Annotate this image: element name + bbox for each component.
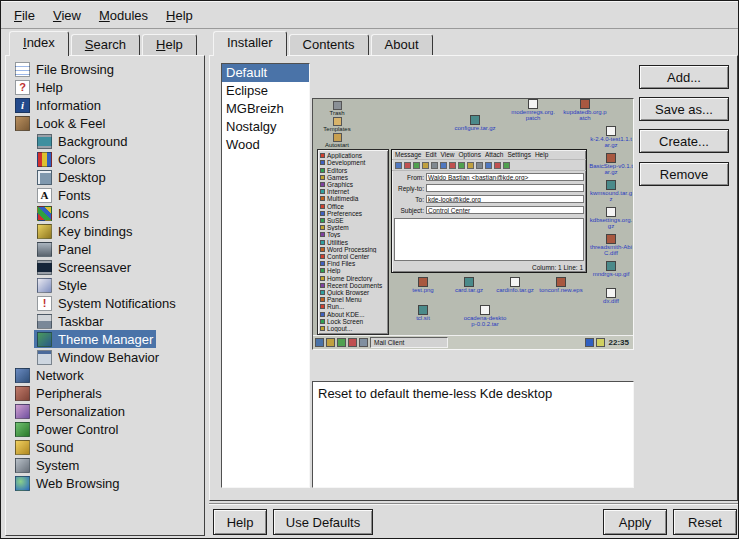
preview-mail-toolbar-icon [467, 162, 474, 169]
help-button[interactable]: Help [213, 509, 267, 535]
trash-icon [333, 101, 342, 110]
tree-item-inner: System [12, 456, 82, 474]
menu-file[interactable]: File [5, 5, 44, 26]
preview-taskbar-icon [359, 338, 368, 347]
tree-item-window-behavior[interactable]: Window Behavior [8, 348, 202, 366]
create-button[interactable]: Create... [639, 129, 729, 153]
preview-mail-menu-attach: Attach [485, 151, 503, 158]
tree-item-icons[interactable]: Icons [8, 204, 202, 222]
preview-file-icon-label: modemregs.org.patch [511, 109, 555, 121]
preview-file-icon-ocadena-desktop-0-0-2-tar: ocadena-desktop-0.0.2.tar [463, 305, 507, 327]
preview-kmenu-item-icon [320, 254, 325, 259]
theme-item-wood[interactable]: Wood [222, 136, 309, 154]
remove-button[interactable]: Remove [639, 162, 729, 186]
tree-item-taskbar[interactable]: Taskbar [8, 312, 202, 330]
tree-item-personalization[interactable]: Personalization [8, 402, 202, 420]
preview-kmenu-item-label: SuSE [327, 217, 344, 224]
module-tree: File BrowsingHelpInformationLook & FeelB… [8, 60, 202, 492]
tab-search[interactable]: Search [71, 34, 140, 55]
preview-file-icon-label: tonconf.new.eps [539, 287, 583, 299]
tab-index[interactable]: Index [9, 31, 69, 56]
preview-file-icon-label: k-2.4.0-test1.1.tar.gz [589, 136, 633, 148]
apply-button[interactable]: Apply [603, 509, 667, 535]
tree-item-inner: Web Browsing [12, 474, 123, 492]
preview-mail-toolbar-icon [449, 162, 456, 169]
tree-item-power-control[interactable]: Power Control [8, 420, 202, 438]
tree-item-fonts[interactable]: Fonts [8, 186, 202, 204]
preview-kmenu-item-label: Control Center [327, 253, 369, 260]
tree-item-background[interactable]: Background [8, 132, 202, 150]
theme-item-eclipse[interactable]: Eclipse [222, 82, 309, 100]
tree-item-desktop[interactable]: Desktop [8, 168, 202, 186]
window-behavior-icon [37, 350, 52, 365]
preview-kmenu-item-lock-screen: Lock Screen [320, 318, 386, 325]
tree-item-file-browsing[interactable]: File Browsing [8, 60, 202, 78]
preview-mail-field-row: Reply-to: [394, 183, 584, 193]
menu-help[interactable]: Help [157, 5, 202, 26]
preview-mail-toolbar-icon [485, 162, 492, 169]
theme-item-default[interactable]: Default [222, 64, 309, 82]
tree-item-label: Colors [58, 152, 96, 167]
tree-item-screensaver[interactable]: Screensaver [8, 258, 202, 276]
preview-kmenu-item-graphics: Graphics [320, 181, 386, 188]
tree-item-system[interactable]: System [8, 456, 202, 474]
tree-item-sound[interactable]: Sound [8, 438, 202, 456]
preview-file-icon-tcl-sit: tcl.sit [401, 305, 445, 327]
preview-mail-field-label: Reply-to: [394, 185, 426, 192]
reset-button[interactable]: Reset [673, 509, 737, 535]
preview-file-icon-label: dx.diff [589, 298, 633, 310]
preview-file-icon-label: kdbsettings.org.gz [589, 217, 633, 229]
tree-item-network[interactable]: Network [8, 366, 202, 384]
tree-item-label: Information [36, 98, 101, 113]
preview-file-icon-mndrgs-up-gif: mndrgs-up.gif [589, 261, 633, 283]
add-button[interactable]: Add... [639, 65, 729, 89]
theme-actions: Add...Save as...Create...Remove [639, 65, 729, 194]
preview-kmenu-item-label: Office [327, 203, 344, 210]
tree-item-inner: Theme Manager [34, 330, 156, 348]
tree-item-theme-manager[interactable]: Theme Manager [8, 330, 202, 348]
preview-desktop-icon-label: Trash [315, 110, 359, 116]
tree-item-inner: Network [12, 366, 87, 384]
tree-item-web-browsing[interactable]: Web Browsing [8, 474, 202, 492]
tree-item-help[interactable]: Help [8, 78, 202, 96]
tree-item-style[interactable]: Style [8, 276, 202, 294]
tab-help[interactable]: Help [142, 34, 197, 55]
tab-contents[interactable]: Contents [289, 34, 369, 55]
tree-item-panel[interactable]: Panel [8, 240, 202, 258]
theme-item-mgbreizh[interactable]: MGBreizh [222, 100, 309, 118]
preview-kmenu-item-multimedia: Multimedia [320, 195, 386, 202]
save-as-button[interactable]: Save as... [639, 97, 729, 121]
tree-item-information[interactable]: Information [8, 96, 202, 114]
panel-icon [37, 242, 52, 257]
preview-file-icon-threadsmith-abic-diff: threadsmith-AbiC.diff [589, 234, 633, 256]
menu-view[interactable]: View [44, 5, 90, 26]
file-icon [464, 277, 474, 287]
tree-item-label: Peripherals [36, 386, 102, 401]
tree-item-key-bindings[interactable]: Key bindings [8, 222, 202, 240]
preview-kmenu-item-label: Run... [327, 303, 344, 310]
preview-mail-toolbar-icon [476, 162, 483, 169]
preview-file-icon-label: kupdatedb.org.patch [563, 109, 607, 121]
preview-mail-statusbar: Column: 1 Line: 1 [392, 262, 586, 272]
preview-mail-menu-view: View [441, 151, 455, 158]
preview-mail-field-input [426, 184, 584, 192]
bottom-separator [209, 503, 738, 505]
tree-item-colors[interactable]: Colors [8, 150, 202, 168]
theme-item-nostalgy[interactable]: Nostalgy [222, 118, 309, 136]
tree-item-label: Power Control [36, 422, 118, 437]
theme-list[interactable]: DefaultEclipseMGBreizhNostalgyWood [221, 63, 310, 488]
tab-installer[interactable]: Installer [213, 31, 287, 56]
preview-mail-body [394, 218, 584, 261]
tree-item-system-notifications[interactable]: System Notifications [8, 294, 202, 312]
use-defaults-button[interactable]: Use Defaults [273, 509, 373, 535]
tab-about[interactable]: About [371, 34, 433, 55]
preview-kmenu-item-label: Graphics [327, 181, 353, 188]
preview-kmenu-item-label: Preferences [327, 210, 362, 217]
preview-file-icon-label: configure.tar.gz [453, 125, 497, 137]
preview-file-icon-tonconf-new-eps: tonconf.new.eps [539, 277, 583, 299]
menu-modules[interactable]: Modules [90, 5, 157, 26]
preview-mail-menu-options: Options [459, 151, 481, 158]
tree-item-look-feel[interactable]: Look & Feel [8, 114, 202, 132]
tree-item-peripherals[interactable]: Peripherals [8, 384, 202, 402]
preview-kmenu-item-icon [320, 297, 325, 302]
